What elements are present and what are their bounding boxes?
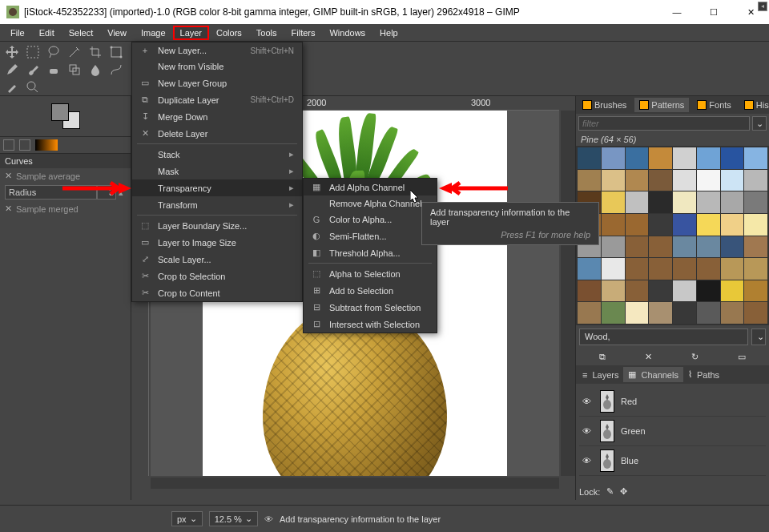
pattern-swatch[interactable] [721, 302, 744, 324]
pattern-swatch[interactable] [697, 236, 720, 258]
tab-history[interactable]: History [739, 98, 769, 112]
pattern-swatch[interactable] [673, 280, 696, 302]
menu-item[interactable]: ⊡Intersect with Selection [304, 316, 437, 332]
pattern-swatch[interactable] [626, 214, 649, 236]
pattern-swatch[interactable] [578, 170, 601, 191]
eraser-icon[interactable] [46, 62, 61, 77]
lock-paint-icon[interactable]: ✎ [606, 486, 614, 497]
pattern-swatch[interactable] [744, 302, 767, 324]
scrollbar-vertical[interactable] [561, 111, 575, 476]
pattern-swatch[interactable] [673, 302, 696, 324]
maximize-button[interactable]: ☐ [695, 0, 732, 24]
pattern-swatch[interactable] [697, 258, 720, 280]
pattern-swatch[interactable] [649, 214, 672, 236]
selected-pattern-label[interactable]: Wood, [579, 328, 748, 345]
wand-icon[interactable] [67, 45, 82, 59]
pattern-swatch[interactable] [578, 258, 601, 280]
pattern-swatch[interactable] [602, 258, 625, 280]
pattern-filter-input[interactable] [578, 116, 750, 131]
pattern-swatch[interactable] [697, 147, 720, 169]
pattern-swatch[interactable] [602, 214, 625, 236]
open-folder-icon[interactable]: ▭ [738, 352, 746, 362]
lasso-icon[interactable] [46, 45, 61, 59]
pattern-swatch[interactable] [649, 280, 672, 302]
menu-help[interactable]: Help [372, 26, 405, 40]
menu-item[interactable]: Transform▸ [132, 196, 302, 213]
menu-item[interactable]: ⬚Alpha to Selection [304, 265, 437, 282]
pattern-swatch[interactable] [578, 147, 601, 169]
pattern-swatch[interactable] [602, 170, 625, 191]
pattern-swatch[interactable] [626, 258, 649, 280]
pattern-swatch[interactable] [744, 280, 767, 302]
tab-layers[interactable]: ≡Layers [578, 367, 623, 382]
pattern-swatch[interactable] [673, 214, 696, 236]
unit-selector[interactable]: px⌄ [171, 511, 203, 526]
color-swatches[interactable] [0, 96, 131, 136]
pattern-dropdown-icon[interactable]: ⌄ [751, 328, 766, 345]
tab-channels[interactable]: ▦Channels [623, 367, 682, 382]
pattern-swatch[interactable] [602, 147, 625, 169]
pattern-swatch[interactable] [626, 236, 649, 258]
menu-image[interactable]: Image [134, 26, 173, 40]
gradient-preview-icon[interactable] [35, 139, 58, 151]
pattern-swatch[interactable] [697, 170, 720, 191]
filter-dropdown-icon[interactable]: ⌄ [752, 116, 767, 131]
pattern-swatch[interactable] [744, 258, 767, 280]
pattern-swatch[interactable] [649, 258, 672, 280]
pattern-swatch[interactable] [744, 191, 767, 213]
menu-file[interactable]: File [3, 26, 32, 40]
menu-item[interactable]: ✕Delete Layer [132, 125, 302, 142]
zoom-icon[interactable] [26, 80, 40, 95]
pattern-grid[interactable] [576, 146, 769, 325]
pattern-swatch[interactable] [744, 236, 767, 258]
menu-colors[interactable]: Colors [209, 26, 249, 40]
pattern-swatch[interactable] [626, 147, 649, 169]
panel-toggle-icon[interactable]: ◂ [758, 2, 767, 11]
pattern-swatch[interactable] [721, 258, 744, 280]
rect-select-icon[interactable] [26, 45, 40, 59]
tab-fonts[interactable]: Fonts [692, 98, 736, 112]
menu-item[interactable]: ▭New Layer Group [132, 75, 302, 91]
pattern-swatch[interactable] [673, 236, 696, 258]
pattern-swatch[interactable] [673, 170, 696, 191]
channel-row[interactable]: 👁Red [579, 387, 766, 417]
pattern-swatch[interactable] [673, 147, 696, 169]
menu-view[interactable]: View [100, 26, 134, 40]
menu-item[interactable]: ⊞Add to Selection [304, 282, 437, 299]
pattern-swatch[interactable] [602, 191, 625, 213]
pattern-swatch[interactable] [602, 236, 625, 258]
tab-patterns[interactable]: Patterns [634, 98, 689, 112]
path-icon[interactable] [109, 62, 123, 77]
pattern-swatch[interactable] [649, 302, 672, 324]
menu-layer[interactable]: Layer [173, 26, 210, 40]
brush-icon[interactable] [26, 62, 40, 77]
menu-item[interactable]: Stack▸ [132, 146, 302, 163]
refresh-pattern-icon[interactable]: ↻ [691, 352, 699, 362]
menu-item[interactable]: Transparency▸ [132, 179, 302, 196]
pattern-swatch[interactable] [697, 302, 720, 324]
pattern-swatch[interactable] [649, 147, 672, 169]
menu-select[interactable]: Select [62, 26, 101, 40]
menu-windows[interactable]: Windows [322, 26, 372, 40]
tool-opt-icon[interactable] [19, 139, 30, 151]
pattern-swatch[interactable] [673, 258, 696, 280]
menu-item[interactable]: ⬚Layer Boundary Size... [132, 217, 302, 234]
delete-pattern-icon[interactable]: ✕ [645, 352, 652, 362]
menu-tools[interactable]: Tools [249, 26, 284, 40]
menu-item[interactable]: GColor to Alpha... [304, 212, 437, 228]
lock-move-icon[interactable]: ✥ [620, 486, 627, 497]
channel-row[interactable]: 👁Blue [579, 446, 766, 476]
pattern-swatch[interactable] [721, 191, 744, 213]
tab-paths[interactable]: ⌇Paths [683, 367, 724, 382]
pattern-swatch[interactable] [578, 280, 601, 302]
tool-opt-icon[interactable] [3, 139, 14, 151]
pattern-swatch[interactable] [721, 236, 744, 258]
pattern-swatch[interactable] [626, 170, 649, 191]
menu-item[interactable]: New from Visible [132, 58, 302, 75]
pattern-swatch[interactable] [744, 214, 767, 236]
visibility-icon[interactable]: 👁 [582, 397, 594, 406]
pattern-swatch[interactable] [602, 302, 625, 324]
menu-item[interactable]: ⧉Duplicate LayerShift+Ctrl+D [132, 91, 302, 108]
zoom-selector[interactable]: 12.5 %⌄ [209, 511, 258, 526]
clone-icon[interactable] [67, 62, 82, 77]
